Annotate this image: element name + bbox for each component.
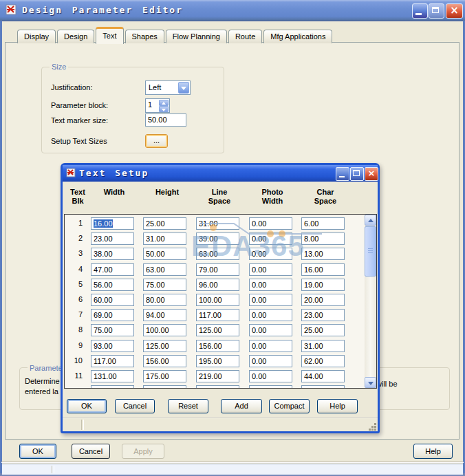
- text-marker-size-input[interactable]: 50.00: [145, 113, 186, 127]
- cell-width-row-8[interactable]: 75.00: [91, 324, 134, 336]
- cell-char_space-row-10[interactable]: 62.00: [301, 355, 345, 367]
- scrollbar-thumb[interactable]: [365, 226, 376, 277]
- cell-photo_width-row-7[interactable]: 0.00: [249, 309, 292, 321]
- tab-display[interactable]: Display: [17, 30, 56, 43]
- chevron-down-icon[interactable]: [178, 82, 189, 94]
- cell-height-row-9[interactable]: 125.00: [143, 340, 186, 352]
- cell-width-row-2[interactable]: 23.00: [91, 232, 134, 245]
- dialog-minimize-button[interactable]: [336, 167, 349, 181]
- minimize-button[interactable]: [412, 3, 428, 19]
- cell-line_space-row-2[interactable]: 39.00: [196, 232, 239, 245]
- tab-mfg-applications[interactable]: Mfg Applications: [263, 30, 332, 43]
- cell-photo_width-row-3[interactable]: 0.00: [249, 248, 292, 260]
- cell-width-row-6[interactable]: 60.00: [91, 294, 134, 306]
- cell-line_space-row-10[interactable]: 195.00: [196, 355, 239, 367]
- cell-photo_width-row-12[interactable]: 0.00: [249, 385, 292, 389]
- apply-button[interactable]: Apply: [122, 444, 164, 459]
- cell-char_space-row-2[interactable]: 8.00: [301, 232, 345, 245]
- cell-width-row-11[interactable]: 131.00: [91, 370, 134, 382]
- cell-photo_width-row-4[interactable]: 0.00: [249, 263, 292, 276]
- scroll-up-button[interactable]: [365, 215, 376, 226]
- cell-height-row-4[interactable]: 63.00: [143, 263, 186, 276]
- cell-photo_width-row-9[interactable]: 0.00: [249, 340, 292, 352]
- setup-text-sizes-label: Setup Text Sizes: [51, 137, 107, 145]
- cell-photo_width-row-8[interactable]: 0.00: [249, 324, 292, 336]
- cell-width-row-3[interactable]: 38.00: [91, 248, 134, 260]
- compact-button[interactable]: Compact: [269, 399, 310, 413]
- tab-text[interactable]: Text: [96, 27, 123, 44]
- cell-char_space-row-12[interactable]: 47.00: [301, 385, 345, 389]
- cell-line_space-row-1[interactable]: 31.00: [196, 217, 239, 230]
- cell-height-row-10[interactable]: 156.00: [143, 355, 186, 367]
- cell-char_space-row-4[interactable]: 16.00: [301, 263, 345, 276]
- cell-height-row-5[interactable]: 75.00: [143, 279, 186, 291]
- tab-shapes[interactable]: Shapes: [125, 30, 164, 43]
- cancel-button[interactable]: Cancel: [72, 444, 110, 459]
- tab-design[interactable]: Design: [57, 30, 94, 43]
- spin-up-icon[interactable]: [159, 100, 169, 106]
- setup-text-sizes-button[interactable]: ...: [145, 134, 168, 148]
- cell-height-row-12[interactable]: 188.00: [143, 385, 186, 389]
- ok-button[interactable]: OK: [67, 399, 107, 413]
- reset-button[interactable]: Reset: [168, 399, 208, 413]
- cell-photo_width-row-2[interactable]: 0.00: [249, 232, 292, 245]
- cell-width-row-1[interactable]: 16.00: [91, 217, 134, 230]
- close-button[interactable]: ×: [446, 3, 463, 19]
- cell-char_space-row-11[interactable]: 44.00: [301, 370, 345, 382]
- cell-photo_width-row-10[interactable]: 0.00: [249, 355, 292, 367]
- cell-line_space-row-6[interactable]: 100.00: [196, 294, 239, 306]
- cell-char_space-row-3[interactable]: 13.00: [301, 248, 345, 260]
- tab-flow-planning[interactable]: Flow Planning: [166, 30, 227, 43]
- cell-photo_width-row-5[interactable]: 0.00: [249, 279, 292, 291]
- cell-width-row-12[interactable]: 141.00: [91, 385, 134, 389]
- vertical-scrollbar[interactable]: [365, 215, 376, 388]
- cell-line_space-row-7[interactable]: 117.00: [196, 309, 239, 321]
- parameter-block-stepper[interactable]: 1: [145, 98, 170, 113]
- cell-height-row-8[interactable]: 100.00: [143, 324, 186, 336]
- resize-grip[interactable]: [368, 422, 376, 431]
- cell-line_space-row-5[interactable]: 96.00: [196, 279, 239, 291]
- tab-route[interactable]: Route: [228, 30, 262, 43]
- cancel-button[interactable]: Cancel: [115, 399, 155, 413]
- add-button[interactable]: Add: [221, 399, 262, 413]
- spin-down-icon[interactable]: [159, 106, 169, 112]
- cell-height-row-7[interactable]: 94.00: [143, 309, 186, 321]
- size-group-label: Size: [50, 63, 68, 71]
- cell-height-row-1[interactable]: 25.00: [143, 217, 186, 230]
- cell-char_space-row-8[interactable]: 25.00: [301, 324, 345, 336]
- cell-line_space-row-3[interactable]: 63.00: [196, 248, 239, 260]
- cell-height-row-2[interactable]: 31.00: [143, 232, 186, 245]
- dialog-close-button[interactable]: ×: [365, 167, 378, 181]
- ok-button[interactable]: OK: [19, 444, 56, 459]
- cell-photo_width-row-1[interactable]: 0.00: [249, 217, 292, 230]
- cell-char_space-row-7[interactable]: 23.00: [301, 309, 345, 321]
- cell-line_space-row-4[interactable]: 79.00: [196, 263, 239, 276]
- maximize-button[interactable]: [429, 3, 444, 19]
- row-number: 8: [66, 325, 83, 334]
- cell-photo_width-row-6[interactable]: 0.00: [249, 294, 292, 306]
- scroll-down-button[interactable]: [365, 377, 376, 388]
- cell-width-row-9[interactable]: 93.00: [91, 340, 134, 352]
- cell-line_space-row-11[interactable]: 219.00: [196, 370, 239, 382]
- cell-photo_width-row-11[interactable]: 0.00: [249, 370, 292, 382]
- cell-char_space-row-5[interactable]: 19.00: [301, 279, 345, 291]
- cell-char_space-row-9[interactable]: 31.00: [301, 340, 345, 352]
- cell-char_space-row-1[interactable]: 6.00: [301, 217, 345, 230]
- column-header-height: Height: [150, 188, 184, 197]
- help-button[interactable]: Help: [317, 399, 358, 413]
- justification-select[interactable]: Left: [145, 80, 191, 95]
- cell-height-row-11[interactable]: 175.00: [143, 370, 186, 382]
- cell-height-row-3[interactable]: 50.00: [143, 248, 186, 260]
- cell-height-row-6[interactable]: 80.00: [143, 294, 186, 306]
- row-number: 7: [66, 310, 83, 318]
- cell-line_space-row-12[interactable]: 235.00: [196, 385, 239, 389]
- cell-line_space-row-9[interactable]: 156.00: [196, 340, 239, 352]
- dialog-maximize-button[interactable]: [350, 167, 364, 181]
- cell-char_space-row-6[interactable]: 20.00: [301, 294, 345, 306]
- cell-width-row-5[interactable]: 56.00: [91, 279, 134, 291]
- cell-width-row-4[interactable]: 47.00: [91, 263, 134, 276]
- cell-line_space-row-8[interactable]: 125.00: [196, 324, 239, 336]
- help-button[interactable]: Help: [413, 444, 453, 459]
- cell-width-row-7[interactable]: 69.00: [91, 309, 134, 321]
- cell-width-row-10[interactable]: 117.00: [91, 355, 134, 367]
